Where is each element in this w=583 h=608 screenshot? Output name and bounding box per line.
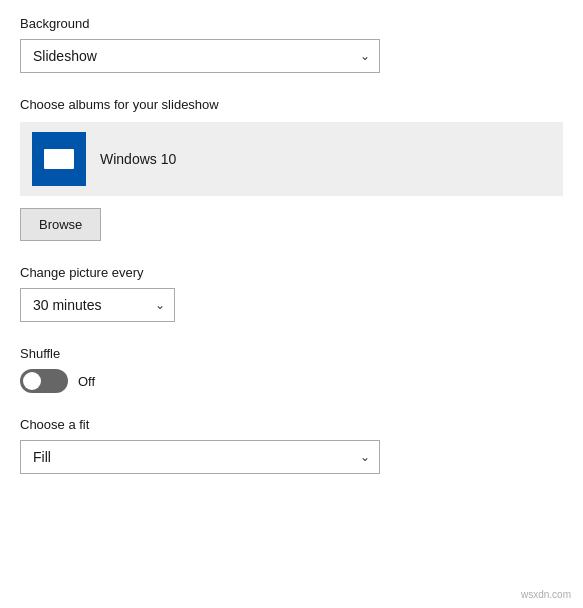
browse-button[interactable]: Browse — [20, 208, 101, 241]
shuffle-toggle-row: Off — [20, 369, 563, 393]
background-dropdown[interactable]: Slideshow Picture Solid color Windows sp… — [20, 39, 380, 73]
change-picture-section: Change picture every 1 minute 10 minutes… — [20, 265, 563, 322]
choose-fit-label: Choose a fit — [20, 417, 563, 432]
choose-fit-dropdown-wrapper: Fill Fit Stretch Tile Center Span ⌄ — [20, 440, 380, 474]
change-picture-dropdown-wrapper: 1 minute 10 minutes 30 minutes 1 hour 6 … — [20, 288, 175, 322]
shuffle-state: Off — [78, 374, 95, 389]
shuffle-toggle-track — [20, 369, 68, 393]
change-picture-label: Change picture every — [20, 265, 563, 280]
shuffle-section: Shuffle Off — [20, 346, 563, 393]
album-item: Windows 10 — [20, 122, 563, 196]
album-name: Windows 10 — [100, 151, 176, 167]
background-label: Background — [20, 16, 563, 31]
watermark: wsxdn.com — [521, 589, 571, 600]
shuffle-toggle[interactable] — [20, 369, 68, 393]
choose-fit-dropdown[interactable]: Fill Fit Stretch Tile Center Span — [20, 440, 380, 474]
change-picture-dropdown[interactable]: 1 minute 10 minutes 30 minutes 1 hour 6 … — [20, 288, 175, 322]
background-dropdown-wrapper: Slideshow Picture Solid color Windows sp… — [20, 39, 380, 73]
shuffle-label: Shuffle — [20, 346, 563, 361]
album-thumbnail — [32, 132, 86, 186]
albums-label: Choose albums for your slideshow — [20, 97, 563, 112]
albums-section: Choose albums for your slideshow Windows… — [20, 97, 563, 241]
background-section: Background Slideshow Picture Solid color… — [20, 16, 563, 73]
choose-fit-section: Choose a fit Fill Fit Stretch Tile Cente… — [20, 417, 563, 474]
album-thumbnail-inner — [44, 149, 74, 169]
shuffle-toggle-thumb — [23, 372, 41, 390]
